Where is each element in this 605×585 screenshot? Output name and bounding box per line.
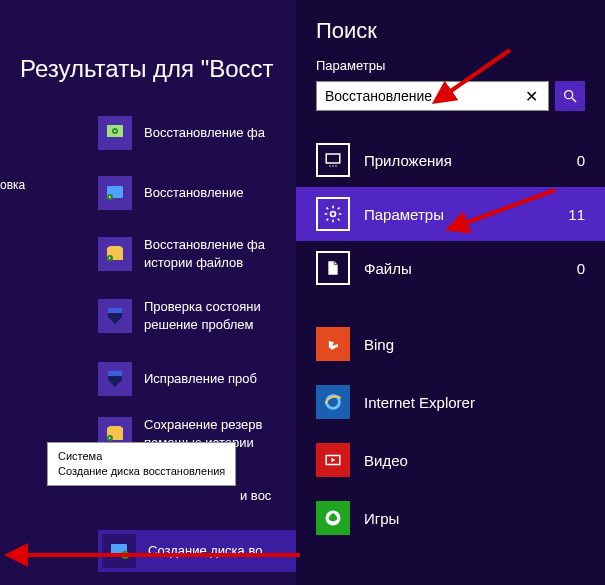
games-icon (316, 501, 350, 535)
troubleshoot-icon (98, 299, 132, 333)
results-pane: Результаты для "Восст овка Восстановлени… (0, 0, 296, 585)
result-item[interactable]: Восстановление (98, 176, 243, 210)
result-item[interactable]: Проверка состоянирешение проблем (98, 298, 261, 334)
scope-settings[interactable]: Параметры 11 (296, 187, 605, 241)
tooltip: Система Создание диска восстановления (47, 442, 236, 486)
settings-icon (316, 197, 350, 231)
apps-icon (316, 143, 350, 177)
scope-apps[interactable]: Приложения 0 (296, 133, 605, 187)
create-recovery-disk-icon (102, 534, 136, 568)
provider-label: Игры (364, 510, 399, 527)
video-icon (316, 443, 350, 477)
search-scope-label: Параметры (316, 58, 585, 73)
svg-point-13 (331, 212, 336, 217)
result-label: Восстановление (144, 184, 243, 202)
search-button[interactable] (555, 81, 585, 111)
scope-label: Файлы (364, 260, 563, 277)
result-label: Исправление проб (144, 370, 257, 388)
files-icon (316, 251, 350, 285)
cutoff-text: овка (0, 178, 25, 192)
result-item[interactable]: и вос (240, 487, 271, 505)
result-label: Проверка состоянирешение проблем (144, 298, 261, 334)
scope-count: 0 (577, 152, 585, 169)
tooltip-line2: Создание диска восстановления (58, 464, 225, 479)
svg-point-7 (565, 91, 573, 99)
svg-point-6 (121, 551, 129, 559)
scope-count: 11 (568, 206, 585, 223)
restore-icon (98, 116, 132, 150)
results-title: Результаты для "Восст (20, 55, 274, 83)
result-item[interactable]: Восстановление фа (98, 116, 265, 150)
search-title: Поиск (316, 18, 585, 44)
result-label: Восстановление фа (144, 124, 265, 142)
svg-rect-9 (326, 154, 340, 163)
scope-count: 0 (577, 260, 585, 277)
scope-label: Приложения (364, 152, 563, 169)
provider-bing[interactable]: Bing (316, 315, 585, 373)
provider-label: Internet Explorer (364, 394, 475, 411)
file-history-icon (98, 237, 132, 271)
scope-files[interactable]: Файлы 0 (296, 241, 605, 295)
fix-icon (98, 362, 132, 396)
search-row: ✕ (316, 81, 585, 111)
provider-ie[interactable]: Internet Explorer (316, 373, 585, 431)
result-label: Создание диска во (148, 542, 262, 560)
result-label: Восстановление фаистории файлов (144, 236, 265, 272)
tooltip-line1: Система (58, 449, 225, 464)
recovery-icon (98, 176, 132, 210)
provider-label: Видео (364, 452, 408, 469)
svg-point-12 (335, 165, 337, 167)
svg-point-10 (329, 165, 331, 167)
provider-label: Bing (364, 336, 394, 353)
search-charm: Поиск Параметры ✕ Приложения 0 Параметры… (296, 0, 605, 585)
ie-icon (316, 385, 350, 419)
magnifier-icon (562, 88, 578, 104)
bing-icon (316, 327, 350, 361)
provider-games[interactable]: Игры (316, 489, 585, 547)
search-input[interactable] (325, 88, 521, 104)
provider-video[interactable]: Видео (316, 431, 585, 489)
result-item[interactable]: Восстановление фаистории файлов (98, 236, 265, 272)
result-label: и вос (240, 487, 271, 505)
scope-label: Параметры (364, 206, 554, 223)
search-box[interactable]: ✕ (316, 81, 549, 111)
result-item[interactable]: Создание диска во (98, 530, 296, 572)
result-item[interactable]: Исправление проб (98, 362, 257, 396)
svg-line-8 (572, 98, 576, 102)
svg-point-11 (332, 165, 334, 167)
clear-icon[interactable]: ✕ (521, 87, 542, 106)
